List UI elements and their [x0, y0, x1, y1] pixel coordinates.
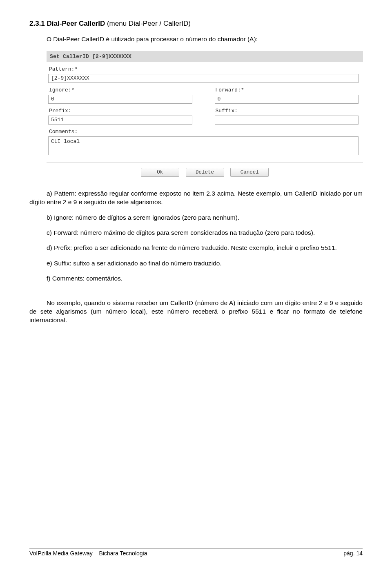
- comments-input[interactable]: [48, 136, 359, 155]
- required-mark: *: [241, 87, 244, 93]
- footer-rule: [29, 548, 363, 548]
- page: 2.3.1 Dial-Peer CallerID (menu Dial-Peer…: [0, 0, 392, 568]
- para-a: a) Pattern: expressão regular conforme e…: [29, 189, 363, 207]
- forward-input[interactable]: [215, 95, 359, 104]
- prefix-label: Prefix:: [47, 108, 197, 116]
- pattern-input[interactable]: [48, 74, 359, 83]
- required-mark: *: [74, 66, 78, 72]
- heading-paren: (menu Dial-Peer / CallerID): [107, 20, 191, 27]
- cancel-button[interactable]: Cancel: [230, 168, 269, 177]
- para-b: b) Ignore: número de dígitos a serem ign…: [47, 213, 363, 222]
- para-c: c) Forward: número máximo de dígitos par…: [29, 228, 363, 237]
- footer-left: VoIPzilla Media Gateway – Bichara Tecnol…: [29, 550, 147, 557]
- forward-label: Forward:*: [213, 87, 363, 95]
- section-heading: 2.3.1 Dial-Peer CallerID (menu Dial-Peer…: [29, 20, 363, 28]
- form-body: Pattern:* Ignore:* Forward:*: [47, 62, 363, 179]
- label-text: Pattern:: [49, 66, 74, 72]
- heading-title: 2.3.1 Dial-Peer CallerID: [29, 20, 105, 27]
- suffix-label: Suffix:: [213, 108, 363, 116]
- para-example: No exemplo, quando o sistema receber um …: [29, 298, 363, 325]
- pattern-label: Pattern:*: [47, 66, 363, 74]
- footer-right: pág. 14: [343, 550, 363, 557]
- required-mark: *: [71, 87, 75, 93]
- ignore-label: Ignore:*: [47, 87, 197, 95]
- form-divider: [47, 163, 363, 163]
- para-e: e) Suffix: sufixo a ser adicionado ao fi…: [47, 259, 363, 267]
- delete-button[interactable]: Delete: [186, 168, 224, 177]
- para-d: d) Prefix: prefixo a ser adicionado na f…: [29, 243, 363, 252]
- intro-text: O Dial-Peer CallerID é utilizado para pr…: [47, 35, 363, 44]
- form-screenshot: Set CallerID [2-9]XXXXXXX Pattern:* Igno…: [47, 51, 363, 179]
- label-text: Ignore:: [49, 87, 71, 93]
- label-text: Forward:: [216, 87, 241, 93]
- comments-label: Comments:: [47, 129, 363, 136]
- prefix-input[interactable]: [48, 116, 192, 125]
- ok-button[interactable]: Ok: [141, 168, 179, 177]
- para-f: f) Comments: comentários.: [47, 274, 363, 283]
- ignore-input[interactable]: [48, 95, 192, 104]
- suffix-input[interactable]: [215, 116, 359, 125]
- form-button-row: Ok Delete Cancel: [47, 167, 363, 179]
- form-title: Set CallerID [2-9]XXXXXXX: [47, 51, 363, 62]
- page-footer: VoIPzilla Media Gateway – Bichara Tecnol…: [29, 548, 363, 557]
